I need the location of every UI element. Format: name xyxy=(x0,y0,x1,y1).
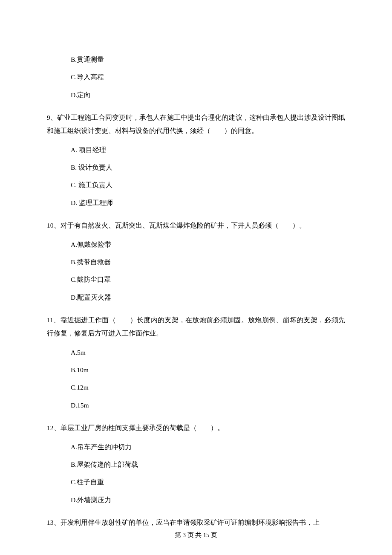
q12-option-c: C.柱子自重 xyxy=(71,477,345,487)
q10-text: 10、对于有自然发火、瓦斯突出、瓦斯煤尘爆炸危险的矿井，下井人员必须（ ）。 xyxy=(47,219,345,232)
q11-option-c: C.12m xyxy=(71,382,345,392)
q8-option-c: C.导入高程 xyxy=(71,72,345,82)
q8-option-b: B.贯通测量 xyxy=(71,55,345,64)
document-page: B.贯通测量 C.导入高程 D.定向 9、矿业工程施工合同变更时，承包人在施工中… xyxy=(0,0,392,553)
q9-text: 9、矿业工程施工合同变更时，承包人在施工中提出合理化的建议，这种由承包人提出涉及… xyxy=(47,111,345,137)
q10-option-b: B.携带自救器 xyxy=(71,257,345,267)
q10-option-c: C.戴防尘口罩 xyxy=(71,275,345,284)
q9-option-d: D. 监理工程师 xyxy=(71,198,345,208)
q10-option-d: D.配置灭火器 xyxy=(71,292,345,302)
q10-option-a: A.佩戴保险带 xyxy=(71,240,345,249)
q11-option-d: D.15m xyxy=(71,400,345,410)
q9-option-c: C. 施工负责人 xyxy=(71,180,345,190)
q11-option-b: B.10m xyxy=(71,365,345,375)
q9-option-b: B. 设计负责人 xyxy=(71,162,345,172)
q12-option-d: D.外墙测压力 xyxy=(71,495,345,505)
q9-option-a: A. 项目经理 xyxy=(71,145,345,155)
q11-option-a: A.5m xyxy=(71,347,345,357)
q13-text: 13、开发利用伴生放射性矿的单位，应当在申请领取采矿许可证前编制环境影响报告书，… xyxy=(47,516,345,529)
q12-option-a: A.吊车产生的冲切力 xyxy=(71,442,345,452)
q12-option-b: B.屋架传递的上部荷载 xyxy=(71,460,345,469)
page-footer: 第 3 页 共 15 页 xyxy=(47,531,345,540)
q11-text: 11、靠近掘进工作面（ ）长度内的支架，在放炮前必须加固。放炮崩倒、崩坏的支架，… xyxy=(47,313,345,340)
q8-option-d: D.定向 xyxy=(71,90,345,100)
q12-text: 12、单层工业厂房的柱间支撑主要承受的荷载是（ ）。 xyxy=(47,421,345,434)
